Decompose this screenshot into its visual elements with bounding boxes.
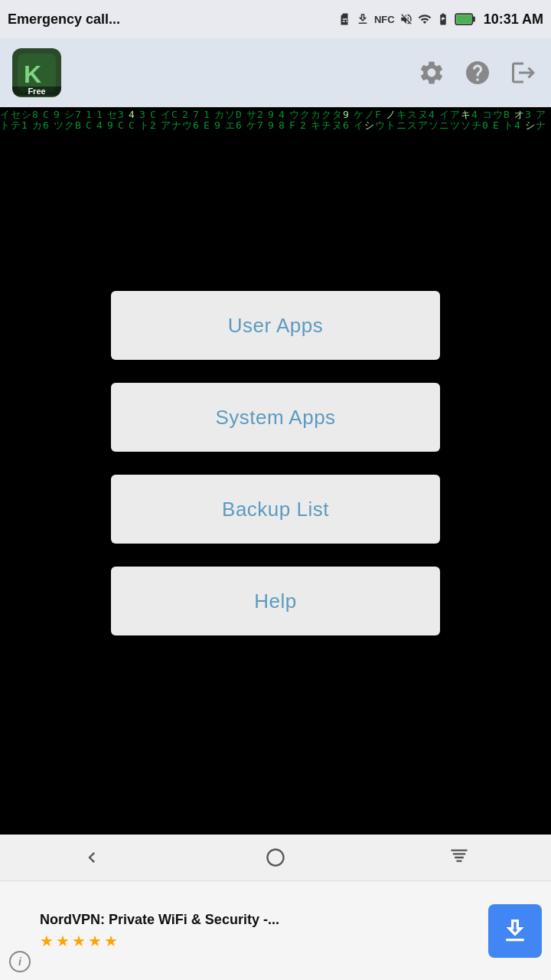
battery-icon — [455, 12, 476, 26]
wifi-icon — [418, 12, 432, 26]
star-1: ★ — [40, 932, 54, 950]
user-apps-button[interactable]: User Apps — [111, 291, 440, 360]
ad-text-area: NordVPN: Private WiFi & Security -... ★ … — [40, 911, 479, 950]
download-icon — [500, 916, 530, 946]
status-title: Emergency call... — [8, 11, 120, 28]
svg-rect-1 — [472, 17, 475, 22]
app-bar: K Free — [0, 38, 551, 107]
help-button[interactable] — [462, 57, 493, 88]
star-4: ★ — [88, 932, 102, 950]
system-apps-button[interactable]: System Apps — [111, 383, 440, 452]
mute-icon — [399, 12, 413, 26]
logout-button[interactable] — [508, 57, 539, 88]
ad-info-icon[interactable]: i — [9, 951, 31, 972]
svg-rect-2 — [456, 15, 471, 24]
settings-icon — [418, 59, 445, 87]
ad-title: NordVPN: Private WiFi & Security -... — [40, 911, 479, 929]
nav-bar — [0, 835, 551, 880]
status-bar: Emergency call... NFC 10:31 AM — [0, 0, 551, 38]
star-2: ★ — [56, 932, 70, 950]
ad-stars: ★ ★ ★ ★ ★ — [40, 932, 479, 950]
backup-list-button[interactable]: Backup List — [111, 475, 440, 544]
logout-icon — [510, 59, 537, 87]
svg-text:K: K — [24, 60, 41, 88]
battery-saver-icon — [436, 12, 450, 26]
back-icon — [81, 847, 103, 868]
status-time: 10:31 AM — [484, 11, 543, 28]
ad-download-button[interactable] — [488, 904, 542, 958]
free-badge: Free — [12, 87, 61, 96]
download-icon — [356, 12, 370, 26]
status-icons: NFC 10:31 AM — [337, 11, 543, 28]
main-content: User Apps System Apps Backup List Help — [0, 107, 551, 865]
star-5: ★ — [104, 932, 118, 950]
settings-button[interactable] — [416, 57, 447, 88]
star-3: ★ — [72, 932, 86, 950]
recents-button[interactable] — [436, 842, 482, 873]
app-logo: K Free — [12, 48, 61, 97]
home-icon — [265, 847, 286, 868]
question-icon — [464, 59, 491, 87]
back-button[interactable] — [69, 842, 115, 873]
sim-card-icon — [337, 12, 351, 26]
help-menu-button[interactable]: Help — [111, 567, 440, 635]
nfc-icon: NFC — [374, 14, 395, 25]
recents-icon — [448, 847, 470, 868]
app-bar-actions — [416, 57, 539, 88]
home-button[interactable] — [253, 842, 298, 873]
ad-banner: i NordVPN: Private WiFi & Security -... … — [0, 880, 551, 980]
